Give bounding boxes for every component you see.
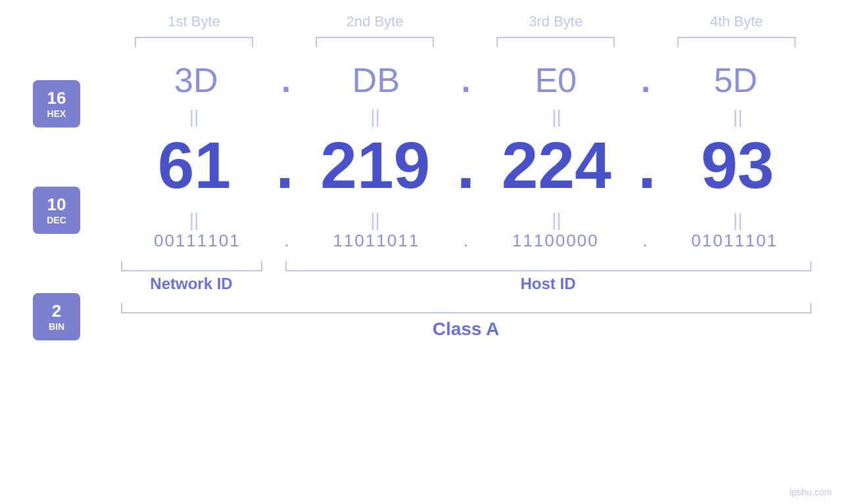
- bracket-bottom-network: [121, 261, 262, 271]
- class-label: Class A: [121, 319, 811, 340]
- bin-byte-2: 11011011: [310, 231, 442, 251]
- hex-byte-3: E0: [490, 60, 621, 100]
- dot-dec-2: .: [457, 127, 475, 203]
- dot-bin-1: .: [284, 231, 289, 251]
- bin-badge: 2 BIN: [33, 293, 80, 340]
- hex-badge-num: 16: [47, 88, 66, 108]
- dec-badge: 10 DEC: [33, 187, 80, 234]
- hex-badge-label: HEX: [47, 108, 66, 120]
- bracket-3: [496, 37, 615, 47]
- dot-hex-2: .: [461, 60, 470, 100]
- dec-byte-1: 61: [128, 127, 260, 203]
- bracket-class: [121, 303, 811, 313]
- dot-dec-3: .: [638, 127, 656, 203]
- watermark: ipshu.com: [790, 487, 832, 497]
- eq-8: ||: [672, 210, 804, 231]
- hex-byte-1: 3D: [130, 60, 262, 100]
- bin-byte-1: 00111101: [132, 231, 263, 251]
- byte-header-1: 1st Byte: [128, 13, 260, 30]
- eq-1: ||: [128, 106, 260, 127]
- dot-bin-2: .: [464, 231, 468, 251]
- badges-column: 16 HEX 10 DEC 2 BIN: [33, 60, 80, 340]
- bracket-1: [135, 37, 253, 47]
- bracket-bottom-host: [285, 261, 811, 271]
- byte-header-2: 2nd Byte: [309, 13, 441, 30]
- id-labels: Network ID Host ID: [121, 275, 811, 293]
- top-brackets: [104, 37, 827, 47]
- eq-7: ||: [491, 210, 622, 231]
- hex-badge: 16 HEX: [33, 80, 80, 127]
- bin-row: 00111101 . 11011011 . 11100000 . 0101110…: [121, 231, 811, 251]
- bin-byte-4: 01011101: [669, 231, 800, 251]
- byte-headers: 1st Byte 2nd Byte 3rd Byte 4th Byte: [104, 13, 827, 30]
- eq-2: ||: [310, 106, 441, 127]
- dot-hex-1: .: [281, 60, 291, 100]
- values-area: 3D . DB . E0 . 5D || || || || 61: [87, 60, 845, 340]
- main-container: 1st Byte 2nd Byte 3rd Byte 4th Byte 16 H…: [0, 0, 845, 504]
- byte-header-4: 4th Byte: [671, 13, 802, 30]
- eq-6: ||: [310, 210, 441, 231]
- dot-dec-1: .: [276, 127, 294, 203]
- bin-byte-3: 11100000: [490, 231, 621, 251]
- eq-5: ||: [128, 210, 260, 231]
- byte-header-3: 3rd Byte: [490, 13, 621, 30]
- dec-row: 61 . 219 . 224 . 93: [121, 127, 811, 203]
- dot-bin-3: .: [642, 231, 647, 251]
- equals-row-1: || || || ||: [121, 106, 811, 127]
- host-id-label: Host ID: [285, 275, 811, 293]
- bracket-4: [677, 37, 796, 47]
- hex-byte-4: 5D: [670, 60, 802, 100]
- dec-badge-label: DEC: [47, 215, 66, 226]
- equals-row-2: || || || ||: [121, 210, 811, 231]
- bin-badge-label: BIN: [49, 321, 64, 332]
- hex-byte-2: DB: [310, 60, 442, 100]
- eq-4: ||: [672, 106, 804, 127]
- eq-3: ||: [491, 106, 622, 127]
- dec-byte-2: 219: [310, 127, 441, 203]
- dot-hex-3: .: [641, 60, 650, 100]
- dec-byte-4: 93: [672, 127, 804, 203]
- bracket-2: [316, 37, 434, 47]
- dec-byte-3: 224: [491, 127, 622, 203]
- network-id-label: Network ID: [121, 275, 262, 293]
- bin-badge-num: 2: [52, 301, 61, 321]
- hex-row: 3D . DB . E0 . 5D: [121, 60, 811, 100]
- dec-badge-num: 10: [47, 195, 66, 215]
